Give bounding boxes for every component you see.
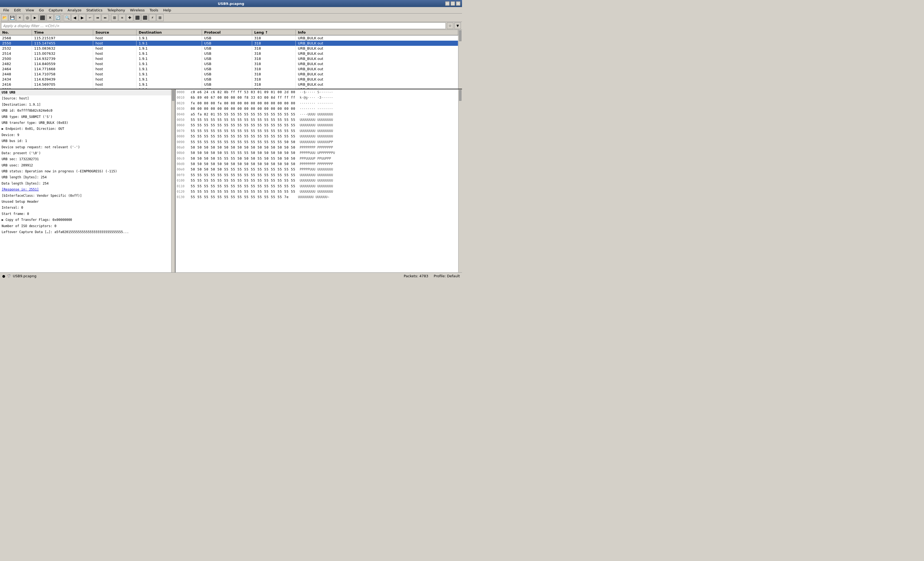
hex-row: 0020 fe 00 00 00 fe 00 00 00 00 00 00 00… (176, 101, 458, 106)
maximize-button[interactable]: □ (451, 2, 455, 6)
toolbar-last[interactable]: ⏭ (102, 14, 109, 21)
detail-scrollbar[interactable] (171, 89, 175, 272)
table-row[interactable]: 2434 114.639439 host 1.9.1 USB 318 URB_B… (0, 77, 458, 82)
packet-list-scroll-thumb[interactable] (459, 30, 462, 41)
menu-go[interactable]: Go (37, 8, 46, 13)
cell-proto: USB (202, 56, 252, 61)
cell-source: host (93, 56, 136, 61)
cell-info: URB_BULK out (296, 41, 458, 46)
status-ready-icon: ● (2, 274, 5, 278)
menu-wireless[interactable]: Wireless (128, 8, 147, 13)
table-row[interactable]: 2550 115.147455 host 1.9.1 USB 318 URB_B… (0, 41, 458, 46)
hex-offset: 0030 (177, 106, 186, 111)
menu-file[interactable]: File (1, 8, 11, 13)
cell-dest: 1.9.1 (136, 77, 202, 82)
menu-view[interactable]: View (24, 8, 36, 13)
hex-bytes: 55 55 55 55 55 55 55 55 55 55 55 55 55 5… (190, 117, 296, 122)
status-filename: USB9.pcapng (13, 274, 36, 278)
cell-info: URB_BULK out (296, 77, 458, 82)
minimize-button[interactable]: — (445, 2, 450, 6)
cell-info: URB_BULK out (296, 61, 458, 66)
filter-input[interactable] (1, 23, 446, 29)
hex-bytes: 55 55 55 55 55 55 55 55 55 55 55 55 55 5… (190, 122, 296, 128)
toolbar-start-capture[interactable]: ▶ (32, 14, 39, 21)
detail-item[interactable]: [Response in: 2551] (0, 186, 171, 193)
toolbar-close[interactable]: ✕ (16, 14, 23, 21)
toolbar-zoom-out[interactable]: ⬛ (134, 14, 141, 21)
toolbar-save[interactable]: 💾 (9, 14, 16, 21)
toolbar-back[interactable]: ◀ (71, 14, 78, 21)
cell-no: 2398 (0, 87, 32, 89)
hex-offset: 0010 (177, 95, 186, 100)
col-info[interactable]: Info (296, 30, 458, 35)
menu-help[interactable]: Help (161, 8, 173, 13)
menu-capture[interactable]: Capture (46, 8, 65, 13)
cell-no: 2434 (0, 77, 32, 82)
table-row[interactable]: 2514 115.007632 host 1.9.1 USB 318 URB_B… (0, 51, 458, 56)
table-row[interactable]: 2568 115.215197 host 1.9.1 USB 318 URB_B… (0, 35, 458, 41)
toolbar-first[interactable]: ⏮ (94, 14, 101, 21)
close-button[interactable]: ✕ (456, 2, 460, 6)
col-source[interactable]: Source (93, 30, 136, 35)
col-protocol[interactable]: Protocol (202, 30, 252, 35)
cell-dest: 1.9.1 (136, 46, 202, 51)
menu-analyze[interactable]: Analyze (66, 8, 84, 13)
table-row[interactable]: 2398 114.494694 host 1.9.1 USB 318 URB_B… (0, 87, 458, 89)
cell-proto: USB (202, 46, 252, 51)
toolbar-stop-capture[interactable]: ⬛ (39, 14, 46, 21)
col-no[interactable]: No. (0, 30, 32, 35)
detail-item: Device: 9 (0, 132, 171, 138)
table-row[interactable]: 2482 114.840559 host 1.9.1 USB 318 URB_B… (0, 61, 458, 66)
table-row[interactable]: 2532 115.083632 host 1.9.1 USB 318 URB_B… (0, 46, 458, 51)
toolbar-normal-size[interactable]: ⬛ (141, 14, 148, 21)
cell-source: host (93, 77, 136, 82)
toolbar-layout[interactable]: ⊞ (156, 14, 164, 21)
hex-ascii: ··$····· S·····-· (300, 89, 333, 95)
toolbar-resize-col[interactable]: ⚡ (149, 14, 156, 21)
toolbar-forward[interactable]: ▶ (79, 14, 86, 21)
toolbar-find[interactable]: 🔍 (64, 14, 70, 21)
detail-item: Data length [bytes]: 254 (0, 180, 171, 186)
menu-statistics[interactable]: Statistics (84, 8, 105, 13)
menu-tools[interactable]: Tools (147, 8, 160, 13)
menu-edit[interactable]: Edit (12, 8, 23, 13)
toolbar-open[interactable]: 📂 (1, 14, 8, 21)
col-destination[interactable]: Destination (136, 30, 202, 35)
col-length[interactable]: Leng ↑ (252, 30, 296, 35)
hex-bytes: 50 50 50 50 50 55 55 55 55 50 50 50 50 5… (190, 150, 296, 156)
hex-scroll-thumb[interactable] (459, 90, 462, 101)
detail-item: URB type: URB_SUBMIT ('S') (0, 114, 171, 120)
filter-dropdown[interactable]: ▼ (454, 23, 461, 29)
hex-ascii: UUUUUUUU UUUUUUUU (300, 134, 333, 139)
filter-bookmark[interactable]: ☆ (447, 23, 453, 29)
cell-time: 115.007632 (32, 51, 93, 56)
hex-ascii: ····UUUU UUUUUUUU (300, 112, 333, 117)
hex-bytes: 00 00 00 00 00 00 00 00 00 00 00 00 00 0… (190, 106, 296, 111)
table-row[interactable]: 2500 114.932739 host 1.9.1 USB 318 URB_B… (0, 56, 458, 61)
toolbar-autoscroll[interactable]: ≡ (118, 14, 126, 21)
menu-telephony[interactable]: Telephony (105, 8, 127, 13)
toolbar-colorize[interactable]: ⊞ (111, 14, 118, 21)
hex-bytes: 55 55 55 55 55 55 55 55 55 55 55 55 55 5… (190, 194, 294, 200)
toolbar-zoom-in[interactable]: ✚ (126, 14, 133, 21)
packet-list-scrollbar[interactable] (458, 30, 462, 89)
hex-scrollbar[interactable] (458, 89, 462, 272)
cell-dest: 1.9.1 (136, 56, 202, 61)
cell-proto: USB (202, 51, 252, 56)
toolbar-return[interactable]: ↩ (86, 14, 93, 21)
toolbar-restart[interactable]: ✕ (46, 14, 54, 21)
toolbar-capture-options[interactable]: ◎ (24, 14, 31, 21)
table-row[interactable]: 2416 114.569705 host 1.9.1 USB 318 URB_B… (0, 82, 458, 87)
cell-no: 2532 (0, 46, 32, 51)
hex-offset: 00e0 (177, 167, 186, 172)
table-row[interactable]: 2448 114.710758 host 1.9.1 USB 318 URB_B… (0, 72, 458, 77)
hex-offset: 0040 (177, 112, 186, 117)
detail-scroll-thumb[interactable] (172, 90, 174, 101)
hex-ascii: UUUUUUUU UUUUUUUU (300, 128, 333, 134)
toolbar-refresh[interactable]: 🔄 (54, 14, 61, 21)
table-row[interactable]: 2464 114.771668 host 1.9.1 USB 318 URB_B… (0, 66, 458, 72)
col-time[interactable]: Time (32, 30, 93, 35)
window-controls[interactable]: — □ ✕ (445, 2, 460, 6)
cell-len: 318 (252, 77, 296, 82)
cell-source: host (93, 41, 136, 46)
